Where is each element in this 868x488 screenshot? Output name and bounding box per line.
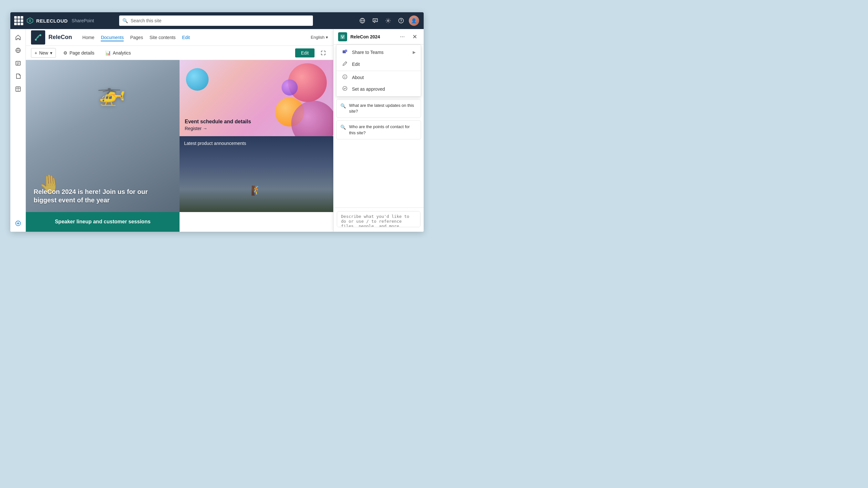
page-details-button[interactable]: ⚙ Page details	[60, 48, 98, 58]
help-icon-btn[interactable]: ?	[395, 15, 407, 27]
set-approved-label: Set as approved	[352, 87, 385, 92]
top-nav-actions: ? 👤	[356, 15, 420, 27]
teams-icon	[342, 49, 348, 56]
sidebar-table-icon[interactable]	[12, 83, 24, 95]
edit-icon	[342, 61, 348, 67]
panel-suggestions: 🔍 What are the latest updates on this si…	[334, 97, 424, 139]
svg-point-28	[345, 75, 345, 76]
sidebar-list-icon[interactable]	[12, 58, 24, 69]
product-announcements-text: Latest product announcements	[184, 141, 329, 146]
new-button-label: New	[39, 51, 48, 56]
svg-point-29	[343, 87, 347, 91]
set-approved-item[interactable]: Set as approved	[337, 83, 421, 95]
top-navbar: RELECLOUD SharePoint 🔍 Search this site	[10, 12, 424, 29]
waffle-icon[interactable]	[14, 16, 23, 25]
sidebar-home-icon[interactable]	[12, 32, 24, 43]
feedback-icon	[372, 18, 378, 24]
event-title: Event schedule and details	[185, 119, 328, 125]
language-selector[interactable]: English ▾	[311, 35, 328, 40]
menu-divider	[337, 71, 421, 71]
plus-icon: +	[35, 51, 37, 56]
new-dropdown-chevron-icon: ▾	[50, 51, 52, 56]
search-placeholder: Search this site	[130, 18, 161, 23]
cursor-indicator: ▶	[413, 50, 415, 55]
event-register-link[interactable]: Register →	[185, 126, 328, 131]
hero-grid: 🤚 🚁 ReleCon 2024 is here! Join us for ou…	[26, 60, 333, 232]
suggestion-item-1[interactable]: 🔍 What are the latest updates on this si…	[336, 99, 421, 118]
translate-icon-btn[interactable]	[356, 15, 368, 27]
search-bar[interactable]: 🔍 Search this site	[119, 15, 313, 26]
share-to-teams-item[interactable]: Share to Teams ▶	[337, 46, 421, 58]
panel-header: ReleCon 2024 ··· ✕	[334, 29, 424, 44]
brand-icon	[27, 17, 34, 24]
analytics-button[interactable]: 📊 Analytics	[102, 48, 134, 58]
nav-documents[interactable]: Documents	[101, 34, 124, 41]
suggestion-item-2[interactable]: 🔍 Who are the points of contact for this…	[336, 120, 421, 139]
brand-logo-area: RELECLOUD SharePoint	[27, 17, 94, 24]
chevron-down-icon: ▾	[326, 35, 328, 40]
speaker-lineup-text: Speaker lineup and customer sessions	[55, 219, 151, 225]
site-nav: Home Documents Pages Site contents Edit	[82, 34, 190, 41]
svg-point-25	[345, 50, 347, 51]
avatar-btn[interactable]: 👤	[408, 15, 420, 27]
sidebar-page-icon[interactable]	[12, 70, 24, 82]
hero-product-tile[interactable]: 🧗 Latest product announcements	[180, 136, 333, 213]
hero-event-background: Event schedule and details Register →	[180, 60, 333, 136]
settings-icon	[385, 18, 391, 24]
site-logo	[31, 30, 45, 44]
svg-point-20	[39, 34, 41, 36]
person-visual: 🧗	[251, 185, 262, 196]
about-label: About	[352, 75, 364, 80]
browser-window: RELECLOUD SharePoint 🔍 Search this site	[10, 12, 424, 232]
translate-icon	[360, 18, 365, 24]
user-avatar: 👤	[409, 15, 419, 26]
edit-page-button[interactable]: Edit	[295, 48, 314, 58]
hero-event-tile[interactable]: Event schedule and details Register →	[180, 60, 333, 136]
page-details-label: Page details	[69, 51, 94, 56]
edit-item[interactable]: Edit	[337, 58, 421, 70]
feedback-icon-btn[interactable]	[369, 15, 381, 27]
sidebar-add-icon[interactable]	[12, 218, 24, 229]
main-area: ReleCon Home Documents Pages Site conten…	[10, 29, 424, 232]
sidebar-globe-icon[interactable]	[12, 44, 24, 56]
suggestion-text-2: Who are the points of contact for this s…	[349, 124, 417, 135]
settings-icon-btn[interactable]	[382, 15, 394, 27]
suggestion-text-1: What are the latest updates on this site…	[349, 103, 417, 114]
page-toolbar: + New ▾ ⚙ Page details 📊 Analytics Edit	[26, 46, 333, 60]
svg-point-19	[35, 39, 37, 41]
nav-site-contents[interactable]: Site contents	[150, 34, 176, 41]
help-icon: ?	[398, 18, 404, 24]
approved-icon	[342, 86, 348, 92]
panel-input-area	[334, 207, 424, 232]
nav-edit[interactable]: Edit	[182, 34, 190, 41]
info-icon	[342, 74, 348, 81]
brand-name: RELECLOUD	[36, 18, 68, 24]
search-icon: 🔍	[122, 18, 128, 23]
about-item[interactable]: About	[337, 72, 421, 83]
hero-main-tile: 🤚 🚁 ReleCon 2024 is here! Join us for ou…	[26, 60, 180, 212]
hero-speaker-tile[interactable]: Speaker lineup and customer sessions	[26, 212, 180, 232]
svg-text:?: ?	[400, 19, 402, 23]
site-header-right: English ▾	[311, 35, 328, 40]
expand-button[interactable]	[318, 48, 328, 58]
nav-home[interactable]: Home	[82, 34, 94, 41]
drone-visual: 🚁	[97, 79, 126, 107]
analytics-icon: 📊	[105, 51, 111, 56]
dropdown-menu: Share to Teams ▶ Edit	[336, 44, 421, 97]
panel-more-button[interactable]: ···	[398, 32, 407, 41]
page-details-icon: ⚙	[63, 51, 67, 56]
site-header: ReleCon Home Documents Pages Site conten…	[26, 29, 333, 46]
hero-main-text: ReleCon 2024 is here! Join us for our bi…	[34, 188, 148, 204]
analytics-label: Analytics	[113, 51, 131, 56]
expand-icon	[321, 51, 326, 56]
left-sidebar	[10, 29, 26, 232]
panel-close-button[interactable]: ✕	[410, 32, 419, 41]
copilot-input[interactable]	[337, 211, 421, 227]
suggestion-search-icon-2: 🔍	[340, 124, 346, 131]
new-button[interactable]: + New ▾	[31, 48, 56, 58]
site-name: ReleCon	[49, 34, 72, 41]
suggestion-search-icon-1: 🔍	[340, 103, 346, 109]
share-to-teams-label: Share to Teams	[352, 50, 383, 55]
language-label: English	[311, 35, 324, 40]
nav-pages[interactable]: Pages	[130, 34, 143, 41]
